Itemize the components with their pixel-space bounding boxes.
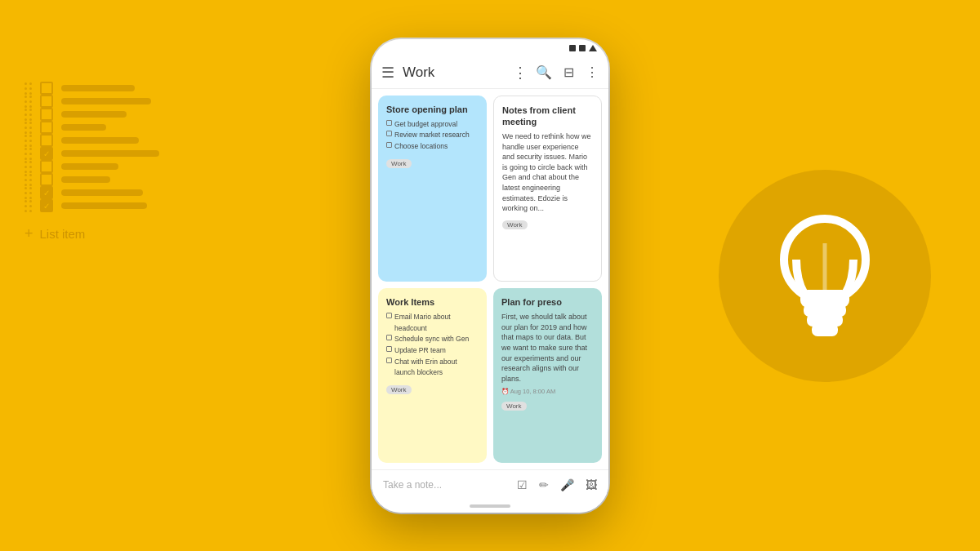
add-item-label: List item [40,227,86,241]
notes-grid: Store opening planGet budget approvalRev… [372,89,608,469]
note-checklist: Get budget approvalReview market researc… [386,119,479,153]
search-icon[interactable]: 🔍 [536,64,552,80]
list-item-text [61,163,118,170]
bulb-circle [719,170,931,382]
toolbar-title: Work [403,64,513,81]
note-tag[interactable]: Work [386,159,412,168]
note-body-text: First, we should talk about our plan for… [501,312,594,384]
layout-icon[interactable]: ⊟ [564,64,574,80]
note-card[interactable]: Store opening planGet budget approvalRev… [378,96,487,282]
note-title: Plan for preso [501,296,594,308]
checkbox-empty[interactable] [40,134,53,147]
drag-handle-icon[interactable] [24,109,32,121]
checklist-checkbox[interactable] [386,313,392,318]
drag-handle-icon[interactable] [24,82,32,95]
menu-icon[interactable]: ☰ [381,64,394,82]
drag-handle-icon[interactable] [24,135,32,147]
checklist-checkbox[interactable] [386,358,392,363]
phone-status-bar [372,39,608,57]
note-card[interactable]: Notes from client meetingWe need to reth… [493,96,602,282]
left-decorative-panel: ✓✓✓ + List item [24,82,159,242]
list-row: ✓ [24,199,159,212]
list-item-text [61,176,110,183]
drag-handle-icon[interactable] [24,174,32,186]
list-row [24,108,159,121]
drag-handle-icon[interactable] [24,122,32,134]
checkbox-empty[interactable] [40,160,53,173]
list-item-text [61,189,143,196]
checklist-checkbox[interactable] [386,142,392,148]
svg-rect-2 [807,307,843,313]
note-body-text: We need to rethink how we handle user ex… [502,131,593,214]
phone-shell: ☰ Work ⋮ 🔍 ⊟ ⋮ Store opening planGet bud… [372,39,608,513]
checklist-item-text: Schedule sync with Gen [394,334,469,345]
note-timestamp: ⏰ Aug 10, 8:00 AM [501,388,594,395]
note-tag[interactable]: Work [502,220,528,229]
list-row [24,134,159,147]
checkbox-empty[interactable] [40,121,53,134]
note-tag[interactable]: Work [501,402,527,411]
checklist-checkbox[interactable] [386,120,392,126]
bottom-icons: ☑ ✏ 🎤 🖼 [517,478,597,491]
drag-handle-icon[interactable] [24,187,32,199]
add-icon: + [24,225,33,242]
signal-icon [569,45,576,51]
note-title: Notes from client meeting [502,104,593,128]
drag-handle-icon[interactable] [24,161,32,173]
note-tag[interactable]: Work [386,385,412,394]
note-title: Store opening plan [386,104,479,115]
battery-icon [589,45,597,51]
toolbar-more-icon[interactable]: ⋮ [513,64,528,82]
checkbox-empty[interactable] [40,95,53,108]
note-checklist: Email Mario about headcountSchedule sync… [386,312,479,379]
checkbox-empty[interactable] [40,173,53,186]
list-item-text [61,98,151,104]
bottom-bar: Take a note... ☑ ✏ 🎤 🖼 [372,469,608,500]
phone-screen: ☰ Work ⋮ 🔍 ⊟ ⋮ Store opening planGet bud… [372,57,608,500]
phone-mockup: ☰ Work ⋮ 🔍 ⊟ ⋮ Store opening planGet bud… [372,39,608,513]
pen-icon[interactable]: ✏ [539,478,549,491]
image-icon[interactable]: 🖼 [586,478,597,491]
svg-rect-3 [810,317,840,323]
note-card[interactable]: Work ItemsEmail Mario about headcountSch… [378,288,487,463]
list-row [24,160,159,173]
checklist-icon[interactable]: ☑ [517,478,528,491]
app-toolbar: ☰ Work ⋮ 🔍 ⊟ ⋮ [372,57,608,89]
toolbar-icons: 🔍 ⊟ ⋮ [536,64,599,80]
checklist-checkbox[interactable] [386,346,392,352]
home-bar-indicator [470,504,510,508]
svg-rect-4 [815,327,835,333]
checklist-checkbox[interactable] [386,131,392,136]
list-row [24,121,159,134]
wifi-icon [579,45,586,51]
take-note-placeholder[interactable]: Take a note... [383,479,517,491]
list-item-text [61,124,106,131]
drag-handle-icon[interactable] [24,200,32,212]
checkbox-empty[interactable] [40,108,53,121]
note-card[interactable]: Plan for presoFirst, we should talk abou… [493,288,602,463]
list-item-text [61,150,159,157]
drag-handle-icon[interactable] [24,96,32,108]
right-panel [719,170,931,382]
phone-home-bar [372,500,608,513]
list-item-text [61,202,147,209]
checkbox-empty[interactable] [40,82,53,95]
list-row [24,173,159,186]
add-item-row[interactable]: + List item [24,225,159,242]
checkbox-checked[interactable]: ✓ [40,199,53,212]
checklist-item-text: Email Mario about headcount [394,312,479,334]
lightbulb-icon [760,202,890,349]
mic-icon[interactable]: 🎤 [560,478,574,491]
checklist-item-text: Get budget approval [394,119,457,131]
checklist-item-text: Chat with Erin about launch blockers [394,357,479,379]
note-title: Work Items [386,296,479,308]
more-options-icon[interactable]: ⋮ [586,64,599,80]
checkbox-checked[interactable]: ✓ [40,147,53,160]
list-row [24,82,159,95]
drag-handle-icon[interactable] [24,148,32,160]
list-row [24,95,159,108]
checklist-checkbox[interactable] [386,335,392,340]
list-row: ✓ [24,147,159,160]
checkbox-checked[interactable]: ✓ [40,186,53,199]
checklist-item-text: Review market research [394,130,470,141]
